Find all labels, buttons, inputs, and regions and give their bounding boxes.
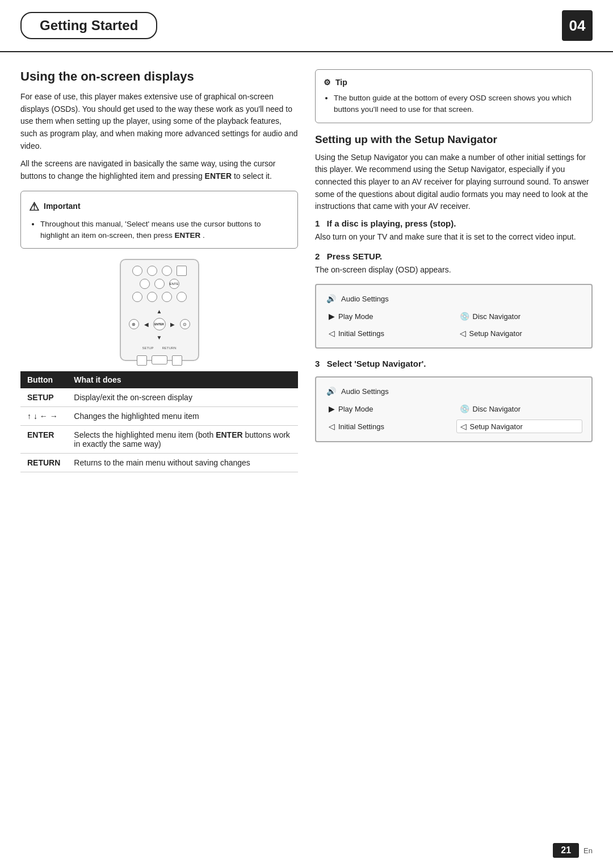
remote-btn-2 <box>147 266 157 276</box>
important-bullet-bold: ENTER <box>174 231 200 240</box>
remote-btn-sq1 <box>137 355 147 366</box>
remote-left-arrow: ◀ <box>142 320 150 328</box>
remote-btn-6 <box>154 279 165 289</box>
step2-body: The on-screen display (OSD) appears. <box>315 264 593 276</box>
osd-item-label: Initial Settings <box>338 422 384 431</box>
remote-row-3 <box>132 292 187 302</box>
osd-item: ◁Initial Settings <box>325 420 452 433</box>
step3-header: 3 Select 'Setup Navigator'. <box>315 359 593 368</box>
osd-screen-1: 🔊 Audio Settings ▶Play Mode💿Disc Navigat… <box>315 284 593 349</box>
remote-btn-5 <box>140 279 150 289</box>
tip-list: The button guide at the bottom of every … <box>324 93 584 116</box>
important-box: ⚠ Important Throughout this manual, 'Sel… <box>20 191 298 249</box>
remote-return-label: RETURN <box>162 346 177 350</box>
tip-box: ⚙ Tip The button guide at the bottom of … <box>315 69 593 123</box>
osd2-top-label: Audio Settings <box>341 387 389 396</box>
osd2-grid: ▶Play Mode💿Disc Navigator◁Initial Settin… <box>325 402 582 433</box>
table-cell-what: Selects the highlighted menu item (both … <box>67 426 298 454</box>
remote-btn-8 <box>147 292 157 302</box>
osd-item-label: Disc Navigator <box>473 405 521 413</box>
step1-header: 1 If a disc is playing, press (stop). <box>315 219 593 228</box>
osd-item: ▶Play Mode <box>325 402 452 415</box>
remote-btn-10 <box>177 292 187 302</box>
osd-item-label: Disc Navigator <box>473 312 521 321</box>
osd-item-icon: ▶ <box>329 404 335 413</box>
remote-up-arrow: ▲ <box>156 307 163 315</box>
osd2-top: 🔊 Audio Settings <box>325 385 582 397</box>
remote-row-bottom <box>137 355 182 366</box>
table-row: SETUPDisplay/exit the on-screen display <box>20 388 298 407</box>
osd-item-icon: 💿 <box>460 312 469 321</box>
step1-num: 1 <box>315 219 320 228</box>
tip-header: ⚙ Tip <box>324 77 584 89</box>
remote-labels: SETUP RETURN <box>142 346 177 350</box>
right-column: ⚙ Tip The button guide at the bottom of … <box>315 69 593 472</box>
remote-setup-icon: ⊗ <box>129 319 139 329</box>
osd-item: ◁Setup Navigator <box>456 327 583 339</box>
tip-icon: ⚙ <box>324 77 331 89</box>
remote-down-arrow: ▼ <box>156 333 163 341</box>
osd1-top: 🔊 Audio Settings <box>325 293 582 304</box>
section2-title: Setting up with the Setup Navigator <box>315 133 593 146</box>
chapter-number: 04 <box>562 10 593 41</box>
section1-title: Using the on-screen displays <box>20 69 298 84</box>
table-cell-button: SETUP <box>20 388 67 407</box>
remote-row-2: ENTE <box>140 279 179 289</box>
osd-item-icon: ◁ <box>460 329 466 338</box>
osd-item-label: Setup Navigator <box>470 422 523 431</box>
page-number: 21 <box>553 843 579 858</box>
remote-btn-9 <box>162 292 172 302</box>
step3-num: 3 <box>315 359 320 368</box>
step3-label: Select 'Setup Navigator'. <box>327 359 426 368</box>
section1-para2: All the screens are navigated in basical… <box>20 158 298 182</box>
osd1-grid: ▶Play Mode💿Disc Navigator◁Initial Settin… <box>325 310 582 339</box>
osd-item-label: Initial Settings <box>338 329 384 338</box>
table-body: SETUPDisplay/exit the on-screen display↑… <box>20 388 298 472</box>
osd-item: ▶Play Mode <box>325 310 452 322</box>
remote-btn-sq2 <box>172 355 182 366</box>
osd-item-label: Play Mode <box>338 405 373 413</box>
page-content: Using the on-screen displays For ease of… <box>0 69 613 472</box>
remote-setup-label: SETUP <box>142 346 154 350</box>
table-cell-button: ↑ ↓ ← → <box>20 407 67 426</box>
remote-illustration: ENTE ⊗ ▲ ▼ ◀ ▶ ENTER <box>20 259 298 361</box>
osd-item-icon: ◁ <box>329 329 335 338</box>
tip-label: Tip <box>335 77 347 89</box>
step1: 1 If a disc is playing, press (stop). Al… <box>315 219 593 244</box>
table-cell-what: Display/exit the on-screen display <box>67 388 298 407</box>
table-header-row: Button What it does <box>20 371 298 388</box>
page-language: En <box>583 846 593 855</box>
osd1-top-icon: 🔊 <box>325 293 337 304</box>
osd-item-icon: ◁ <box>329 422 335 431</box>
remote-dpad-row: ⊗ ▲ ▼ ◀ ▶ ENTER ⊙ <box>129 305 190 343</box>
remote-dpad: ▲ ▼ ◀ ▶ ENTER <box>142 307 177 341</box>
section1-para2-bold: ENTER <box>205 171 232 181</box>
step3: 3 Select 'Setup Navigator'. <box>315 359 593 368</box>
step2-label: Press SETUP. <box>327 251 382 261</box>
remote-image: ENTE ⊗ ▲ ▼ ◀ ▶ ENTER <box>120 259 199 361</box>
step2-num: 2 <box>315 251 320 261</box>
osd-item: ◁Initial Settings <box>325 327 452 339</box>
osd2-top-icon: 🔊 <box>325 385 337 397</box>
remote-row-1 <box>132 266 187 276</box>
osd-item-icon: ▶ <box>329 312 335 321</box>
remote-right-arrow: ▶ <box>169 320 177 328</box>
remote-return-icon: ⊙ <box>180 319 190 329</box>
step2-header: 2 Press SETUP. <box>315 251 593 261</box>
button-table: Button What it does SETUPDisplay/exit th… <box>20 371 298 472</box>
remote-btn-7 <box>132 292 142 302</box>
important-list: Throughout this manual, 'Select' means u… <box>29 219 289 242</box>
osd-item-label: Play Mode <box>338 312 373 321</box>
osd-item-icon: 💿 <box>460 404 469 413</box>
osd1-top-label: Audio Settings <box>341 295 389 303</box>
osd-item-icon: ◁ <box>460 422 467 431</box>
table-header-button: Button <box>20 371 67 388</box>
tip-item: The button guide at the bottom of every … <box>334 93 584 116</box>
table-row: ENTERSelects the highlighted menu item (… <box>20 426 298 454</box>
section1-para1: For ease of use, this player makes exten… <box>20 91 298 152</box>
left-column: Using the on-screen displays For ease of… <box>20 69 298 472</box>
important-icon: ⚠ <box>29 198 39 215</box>
osd-screen-2: 🔊 Audio Settings ▶Play Mode💿Disc Navigat… <box>315 376 593 442</box>
remote-enter-button: ENTER <box>153 318 166 330</box>
page-footer: 21 En <box>553 843 593 858</box>
